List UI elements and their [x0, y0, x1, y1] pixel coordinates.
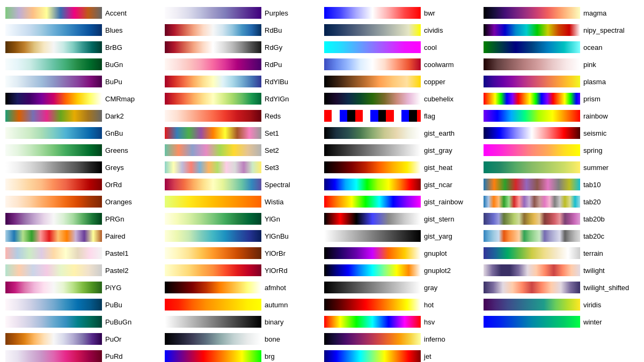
colormap-item: gnuplot [324, 246, 479, 261]
colormap-label: summer [583, 164, 609, 172]
colormap-label: tab10 [583, 181, 601, 189]
colormap-swatch [5, 76, 102, 87]
colormap-label: gist_earth [424, 129, 455, 137]
colormap-swatch [5, 161, 102, 173]
colormap-item: cubehelix [324, 91, 479, 106]
colormap-item: CMRmap [5, 91, 160, 106]
colormap-item: RdBu [165, 23, 320, 38]
colormap-item: Blues [5, 23, 160, 38]
colormap-item: PuOr [5, 331, 160, 346]
colormap-label: Accent [105, 9, 127, 17]
colormap-item: nipy_spectral [484, 23, 639, 38]
colormap-item: prism [484, 91, 639, 106]
colormap-item: BuGn [5, 57, 160, 72]
colormap-swatch [165, 316, 261, 328]
colormap-item: PuBu [5, 297, 160, 312]
colormap-item: winter [484, 314, 639, 329]
colormap-label: RdGy [265, 43, 282, 51]
colormap-swatch [165, 247, 261, 259]
colormap-item: Purples [165, 5, 320, 20]
colormap-swatch [165, 333, 261, 345]
colormap-label: YlGn [265, 215, 280, 223]
colormap-item: gray [324, 280, 479, 295]
colormap-item: bone [165, 331, 320, 346]
colormap-label: flag [424, 112, 435, 120]
colormap-swatch [324, 110, 421, 122]
colormap-label: tab20c [583, 232, 604, 240]
colormap-label: CMRmap [105, 95, 135, 103]
colormap-label: RdYlBu [265, 78, 288, 86]
colormap-swatch [165, 299, 261, 311]
colormap-item: BuPu [5, 74, 160, 89]
colormap-item: RdPu [165, 57, 320, 72]
colormap-label: gnuplot [424, 249, 447, 257]
colormap-item: terrain [484, 246, 639, 261]
colormap-item: inferno [324, 331, 479, 346]
colormap-label: viridis [583, 301, 601, 309]
colormap-swatch [165, 7, 261, 19]
colormap-item: RdGy [165, 40, 320, 55]
colormap-label: Blues [105, 26, 123, 34]
colormap-item: gist_heat [324, 160, 479, 175]
colormap-item: ocean [484, 40, 639, 55]
colormap-swatch [5, 24, 102, 36]
colormap-label: PRGn [105, 215, 124, 223]
colormap-label: pink [583, 61, 596, 69]
colormap-item: RdYlBu [165, 74, 320, 89]
colormap-swatch [484, 316, 580, 328]
colormap-swatch [165, 144, 261, 156]
colormap-label: prism [583, 95, 601, 103]
colormap-swatch [324, 350, 421, 362]
colormap-swatch [324, 196, 421, 208]
colormap-item: Paired [5, 228, 160, 243]
colormap-item: plasma [484, 74, 639, 89]
colormap-swatch [165, 76, 261, 87]
colormap-grid: AccentPurplesbwrmagmaBluesRdBucividisnip… [5, 5, 639, 362]
colormap-swatch [165, 41, 261, 53]
colormap-label: gist_gray [424, 146, 452, 154]
colormap-item: autumn [165, 297, 320, 312]
colormap-swatch [484, 144, 580, 156]
colormap-label: bwr [424, 9, 435, 17]
colormap-swatch [484, 196, 580, 208]
colormap-item: afmhot [165, 280, 320, 295]
colormap-swatch [324, 316, 421, 328]
colormap-item: hsv [324, 314, 479, 329]
colormap-item: spring [484, 143, 639, 158]
colormap-item: PRGn [5, 211, 160, 226]
colormap-swatch [484, 127, 580, 139]
colormap-item: coolwarm [324, 57, 479, 72]
colormap-item: gist_ncar [324, 177, 479, 192]
colormap-item: tab20 [484, 194, 639, 209]
colormap-swatch [484, 213, 580, 225]
colormap-item: tab10 [484, 177, 639, 192]
colormap-label: PuRd [105, 352, 123, 360]
colormap-label: spring [583, 146, 602, 154]
colormap-item: OrRd [5, 177, 160, 192]
colormap-label: gist_yarg [424, 232, 452, 240]
colormap-item: gist_rainbow [324, 194, 479, 209]
colormap-item: Greys [5, 160, 160, 175]
colormap-swatch [5, 7, 102, 19]
colormap-label: Greens [105, 146, 128, 154]
colormap-item: twilight [484, 263, 639, 278]
colormap-item: bwr [324, 5, 479, 20]
colormap-label: PuBu [105, 301, 122, 309]
colormap-item [484, 331, 639, 346]
colormap-swatch [324, 24, 421, 36]
colormap-item: YlGnBu [165, 228, 320, 243]
colormap-swatch [324, 41, 421, 53]
colormap-swatch [484, 179, 580, 190]
colormap-swatch [484, 247, 580, 259]
colormap-label: PuBuGn [105, 318, 131, 326]
colormap-item: Pastel1 [5, 246, 160, 261]
colormap-swatch [484, 7, 580, 19]
colormap-item: Set2 [165, 143, 320, 158]
colormap-swatch [484, 24, 580, 36]
colormap-label: binary [265, 318, 283, 326]
colormap-label: bone [265, 335, 280, 343]
colormap-item: magma [484, 5, 639, 20]
colormap-swatch [165, 127, 261, 139]
colormap-label: Oranges [105, 198, 132, 206]
colormap-item: binary [165, 314, 320, 329]
